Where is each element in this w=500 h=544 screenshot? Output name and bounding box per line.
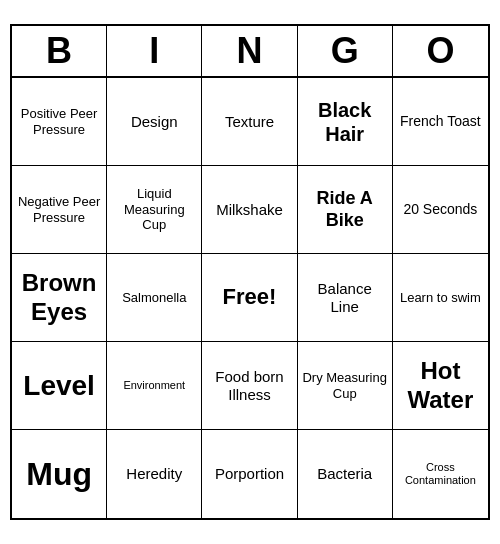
bingo-cell-14: Learn to swim: [393, 254, 488, 342]
bingo-grid: Positive Peer PressureDesignTextureBlack…: [12, 78, 488, 518]
bingo-cell-13: Balance Line: [298, 254, 393, 342]
bingo-cell-12: Free!: [202, 254, 297, 342]
bingo-cell-24: Cross Contamination: [393, 430, 488, 518]
bingo-cell-3: Black Hair: [298, 78, 393, 166]
bingo-cell-22: Porportion: [202, 430, 297, 518]
bingo-cell-9: 20 Seconds: [393, 166, 488, 254]
bingo-cell-2: Texture: [202, 78, 297, 166]
bingo-cell-0: Positive Peer Pressure: [12, 78, 107, 166]
header-letter-g: G: [298, 26, 393, 76]
header-letter-n: N: [202, 26, 297, 76]
bingo-cell-21: Heredity: [107, 430, 202, 518]
bingo-cell-16: Environment: [107, 342, 202, 430]
bingo-cell-10: Brown Eyes: [12, 254, 107, 342]
bingo-cell-7: Milkshake: [202, 166, 297, 254]
bingo-cell-4: French Toast: [393, 78, 488, 166]
bingo-card: BINGO Positive Peer PressureDesignTextur…: [10, 24, 490, 520]
bingo-cell-8: Ride A Bike: [298, 166, 393, 254]
bingo-cell-1: Design: [107, 78, 202, 166]
bingo-cell-23: Bacteria: [298, 430, 393, 518]
bingo-header: BINGO: [12, 26, 488, 78]
bingo-cell-11: Salmonella: [107, 254, 202, 342]
bingo-cell-19: Hot Water: [393, 342, 488, 430]
header-letter-b: B: [12, 26, 107, 76]
bingo-cell-17: Food born Illness: [202, 342, 297, 430]
bingo-cell-20: Mug: [12, 430, 107, 518]
bingo-cell-5: Negative Peer Pressure: [12, 166, 107, 254]
bingo-cell-15: Level: [12, 342, 107, 430]
bingo-cell-6: Liquid Measuring Cup: [107, 166, 202, 254]
header-letter-i: I: [107, 26, 202, 76]
bingo-cell-18: Dry Measuring Cup: [298, 342, 393, 430]
header-letter-o: O: [393, 26, 488, 76]
